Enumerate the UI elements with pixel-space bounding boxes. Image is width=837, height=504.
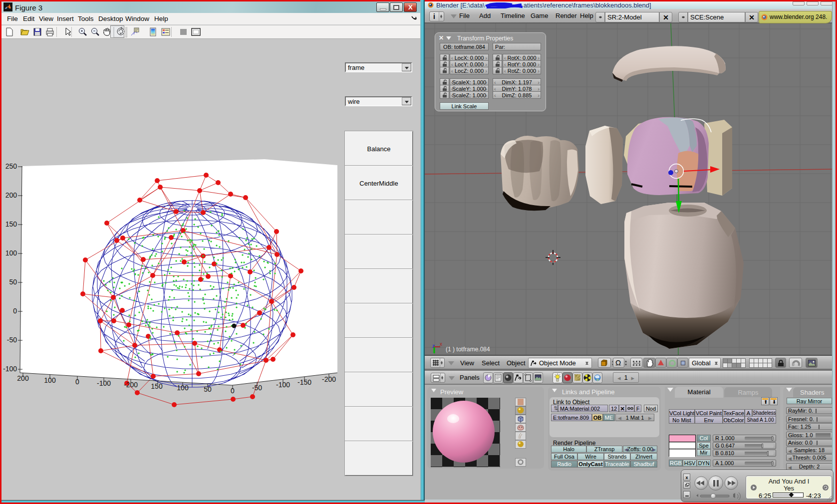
svg-text:-100: -100 [97,379,111,387]
svg-text:150: 150 [151,382,163,390]
svg-text:-50: -50 [252,384,262,392]
svg-text:250: 250 [5,162,17,170]
svg-text:-100: -100 [276,381,290,389]
svg-text:-100: -100 [3,365,17,373]
svg-text:0: 0 [75,378,79,386]
svg-text:150: 150 [5,220,17,228]
svg-text:-150: -150 [297,378,311,386]
svg-text:-200: -200 [124,381,138,389]
svg-text:(1 ) totframe.084: (1 ) totframe.084 [446,346,490,353]
svg-text:-50: -50 [7,336,17,344]
svg-text:50: 50 [9,278,17,286]
svg-text:50: 50 [204,385,212,393]
svg-text:-200: -200 [322,375,336,383]
svg-text:100: 100 [177,384,189,392]
svg-text:0: 0 [231,387,235,395]
svg-text:100: 100 [44,376,56,384]
svg-text:100: 100 [5,249,17,257]
svg-text:200: 200 [17,374,29,382]
svg-text:0: 0 [13,307,17,315]
svg-text:x: x [440,341,442,347]
svg-text:200: 200 [5,191,17,199]
